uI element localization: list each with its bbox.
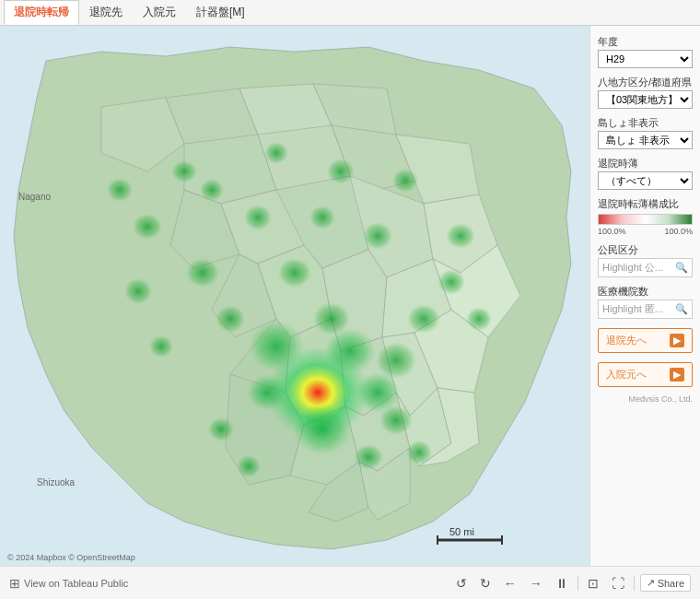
fullscreen-button[interactable]: ⛶ xyxy=(608,574,628,593)
tab-dashboard[interactable]: 計器盤[M] xyxy=(186,0,255,25)
admission-source-label: 入院元へ xyxy=(606,368,647,382)
year-label: 年度 xyxy=(598,35,693,49)
search-icon-1[interactable]: 🔍 xyxy=(675,262,688,274)
tab-discharge-destination[interactable]: 退院先 xyxy=(79,0,133,25)
back-button[interactable]: ← xyxy=(500,574,520,593)
admission-source-arrow: ▶ xyxy=(670,368,684,382)
main-area: 50 mi Nagano Shizuoka © 2024 Mapbox © Op… xyxy=(0,26,700,566)
map-container: 50 mi Nagano Shizuoka © 2024 Mapbox © Op… xyxy=(0,26,589,566)
svg-point-15 xyxy=(363,222,392,250)
svg-point-10 xyxy=(407,304,440,334)
gradient-bar xyxy=(598,214,693,225)
highlight2-text: Highlight 匿... xyxy=(602,302,663,316)
year-section: 年度 H29 H28 H27 xyxy=(598,35,693,68)
highlight1-box[interactable]: Highlight 公... 🔍 xyxy=(598,258,693,277)
tab-admission-source[interactable]: 入院元 xyxy=(133,0,186,25)
right-panel: 年度 H29 H28 H27 八地方区分/都道府県 【03関東地方】 【01北海… xyxy=(589,26,700,566)
svg-point-13 xyxy=(244,205,272,230)
discharge-section: 退院時薄 （すべて） xyxy=(598,157,693,190)
svg-point-25 xyxy=(379,405,413,435)
svg-point-11 xyxy=(216,305,245,333)
svg-point-20 xyxy=(392,169,418,193)
svg-point-26 xyxy=(406,440,432,464)
view-on-tableau-label: View on Tableau Public xyxy=(24,578,128,589)
bottom-bar: ⊞ View on Tableau Public ↺ ↻ ← → ⏸ ⊡ ⛶ ↗… xyxy=(0,566,700,599)
svg-point-5 xyxy=(247,374,287,411)
public-section: 公民区分 Highlight 公... 🔍 xyxy=(598,243,693,277)
svg-point-22 xyxy=(438,269,465,295)
region-section: 八地方区分/都道府県 【03関東地方】 【01北海道地方】 【02東北地方】 xyxy=(598,76,693,109)
svg-point-12 xyxy=(186,258,219,288)
discharge-select[interactable]: （すべて） xyxy=(598,171,693,190)
top-nav: 退院時転帰 退院先 入院元 計器盤[M] xyxy=(0,0,700,26)
svg-point-9 xyxy=(376,342,416,379)
island-label: 島しょ非表示 xyxy=(598,116,693,130)
gradient-right: 100.0% xyxy=(664,227,693,236)
island-section: 島しょ非表示 島しょ 非表示 島しょ 表示 xyxy=(598,116,693,149)
svg-point-27 xyxy=(200,179,224,201)
svg-text:50 mi: 50 mi xyxy=(449,526,474,537)
share-icon: ↗ xyxy=(647,577,655,589)
tab-discharge-transition[interactable]: 退院時転帰 xyxy=(4,0,79,25)
tableau-icon: ⊞ xyxy=(9,576,20,591)
discharge-dest-label: 退院先へ xyxy=(606,334,647,347)
medical-label: 医療機院数 xyxy=(598,285,693,299)
svg-point-7 xyxy=(313,302,350,335)
island-select[interactable]: 島しょ 非表示 島しょ 表示 xyxy=(598,131,693,149)
svg-point-24 xyxy=(354,444,383,470)
undo-button[interactable]: ↺ xyxy=(452,574,471,593)
svg-point-21 xyxy=(446,223,475,249)
share-label: Share xyxy=(658,578,684,589)
ratio-section: 退院時転薄構成比 100.0% 100.0% xyxy=(598,197,693,236)
svg-point-8 xyxy=(278,258,311,288)
divider xyxy=(578,576,578,591)
svg-point-14 xyxy=(309,206,335,229)
svg-point-19 xyxy=(327,159,355,184)
svg-point-28 xyxy=(107,178,133,202)
year-select[interactable]: H29 H28 H27 xyxy=(598,50,693,68)
ratio-label: 退院時転薄構成比 xyxy=(598,197,693,211)
share-button[interactable]: ↗ Share xyxy=(640,574,691,592)
highlight1-text: Highlight 公... xyxy=(602,261,663,275)
redo-button[interactable]: ↻ xyxy=(476,574,495,593)
svg-point-17 xyxy=(171,160,197,182)
forward-button[interactable]: → xyxy=(526,574,546,593)
svg-point-31 xyxy=(208,417,234,441)
svg-point-23 xyxy=(466,307,492,331)
admission-source-button[interactable]: 入院元へ ▶ xyxy=(598,362,693,387)
discharge-dest-arrow: ▶ xyxy=(670,334,684,347)
svg-point-18 xyxy=(264,142,288,164)
svg-point-4 xyxy=(293,404,352,455)
region-label: 八地方区分/都道府県 xyxy=(598,76,693,89)
gradient-left: 100.0% xyxy=(598,227,626,236)
divider2 xyxy=(634,576,635,591)
credit-text: Medvsis Co., Ltd. xyxy=(598,394,693,404)
svg-point-32 xyxy=(237,455,261,477)
layout-button[interactable]: ⊡ xyxy=(584,574,602,593)
svg-point-16 xyxy=(133,214,162,240)
discharge-label: 退院時薄 xyxy=(598,157,693,170)
view-on-tableau-link[interactable]: ⊞ View on Tableau Public xyxy=(9,576,128,591)
svg-point-30 xyxy=(149,335,173,358)
discharge-dest-button[interactable]: 退院先へ ▶ xyxy=(598,328,693,353)
bottom-controls: ↺ ↻ ← → ⏸ ⊡ ⛶ ↗ Share xyxy=(452,574,691,593)
gradient-labels: 100.0% 100.0% xyxy=(598,227,693,236)
search-icon-2[interactable]: 🔍 xyxy=(675,303,688,315)
svg-point-2 xyxy=(249,321,304,372)
svg-point-29 xyxy=(124,278,152,304)
highlight2-box[interactable]: Highlight 匿... 🔍 xyxy=(598,300,693,319)
medical-section: 医療機院数 Highlight 匿... 🔍 xyxy=(598,285,693,319)
public-label: 公民区分 xyxy=(598,243,693,257)
region-select[interactable]: 【03関東地方】 【01北海道地方】 【02東北地方】 xyxy=(598,90,693,109)
map-svg: 50 mi xyxy=(0,26,589,566)
copyright-label: © 2024 Mapbox © OpenStreetMap xyxy=(7,553,135,562)
pause-button[interactable]: ⏸ xyxy=(552,574,572,593)
